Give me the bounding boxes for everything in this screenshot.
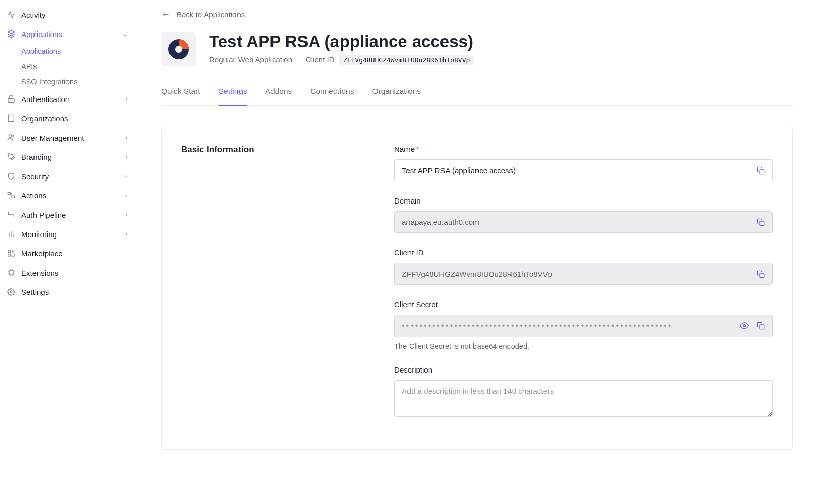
page-title: Test APP RSA (appliance access) xyxy=(209,32,474,51)
copy-icon[interactable] xyxy=(755,217,766,228)
client-id-label: Client ID xyxy=(305,55,335,64)
svg-rect-11 xyxy=(8,193,10,195)
field-label-description: Description xyxy=(394,365,773,374)
chevron-right-icon: › xyxy=(125,153,127,160)
sidebar-item-label: Auth Pipeline xyxy=(21,211,66,219)
eye-icon[interactable] xyxy=(739,320,750,331)
copy-icon[interactable] xyxy=(755,268,766,280)
svg-rect-17 xyxy=(8,254,11,256)
field-domain: Domain xyxy=(394,196,773,233)
copy-icon[interactable] xyxy=(755,320,766,331)
copy-icon[interactable] xyxy=(755,165,766,176)
app-header: Test APP RSA (appliance access) Regular … xyxy=(161,32,793,66)
tab-addons[interactable]: Addons xyxy=(265,87,292,106)
svg-point-36 xyxy=(743,325,746,327)
sidebar-item-label: Applications xyxy=(21,30,62,39)
client-secret-masked: ••••••••••••••••••••••••••••••••••••••••… xyxy=(395,315,739,337)
svg-point-10 xyxy=(12,135,14,137)
grid-plus-icon xyxy=(6,248,16,258)
sidebar-subitem-apis[interactable]: APIs xyxy=(0,59,137,74)
description-textarea[interactable] xyxy=(395,381,772,416)
chevron-right-icon: › xyxy=(125,95,127,103)
tabs: Quick Start Settings Addons Connections … xyxy=(161,87,793,106)
sidebar-item-label: Branding xyxy=(21,153,52,161)
field-label-client-id: Client ID xyxy=(394,248,773,257)
shield-icon xyxy=(6,171,16,181)
svg-rect-16 xyxy=(8,250,11,253)
chip-icon xyxy=(6,267,16,278)
tab-connections[interactable]: Connections xyxy=(310,87,354,106)
users-icon xyxy=(6,132,16,143)
svg-rect-34 xyxy=(760,221,764,226)
sidebar-item-actions[interactable]: Actions › xyxy=(0,186,137,205)
sidebar-item-user-management[interactable]: User Management › xyxy=(0,128,137,147)
gear-icon xyxy=(6,287,16,297)
field-label-domain: Domain xyxy=(394,196,773,205)
arrow-left-icon: ← xyxy=(161,9,171,20)
chevron-right-icon: › xyxy=(125,192,127,199)
tab-organizations[interactable]: Organizations xyxy=(372,87,421,106)
sidebar-item-label: Organizations xyxy=(21,114,69,123)
sidebar-item-label: Authentication xyxy=(21,95,70,104)
sidebar-item-authentication[interactable]: Authentication › xyxy=(0,89,137,109)
field-label-name: Name* xyxy=(394,145,773,153)
required-asterisk: * xyxy=(416,145,419,153)
sidebar: Activity Applications ⌄ Applications API… xyxy=(0,0,137,504)
client-id-input xyxy=(395,263,755,284)
sidebar-item-label: Monitoring xyxy=(21,230,57,239)
svg-rect-18 xyxy=(12,254,14,256)
name-input[interactable] xyxy=(395,160,755,181)
activity-icon xyxy=(6,10,16,20)
field-label-client-secret: Client Secret xyxy=(394,300,773,309)
pipeline-icon xyxy=(6,210,16,220)
main-content: ← Back to Applications Test APP RSA (app… xyxy=(137,0,817,504)
sidebar-item-label: Security xyxy=(21,172,49,181)
svg-rect-1 xyxy=(8,98,14,102)
lock-icon xyxy=(6,94,16,104)
field-client-secret: Client Secret ••••••••••••••••••••••••••… xyxy=(394,300,773,350)
svg-point-9 xyxy=(9,135,11,137)
sidebar-item-marketplace[interactable]: Marketplace xyxy=(0,244,137,263)
sidebar-subitem-applications[interactable]: Applications xyxy=(0,44,137,59)
app-logo xyxy=(161,32,196,66)
settings-panel: Basic Information Name* Domain xyxy=(161,127,793,450)
sidebar-item-organizations[interactable]: Organizations xyxy=(0,109,137,128)
svg-rect-12 xyxy=(12,196,14,198)
sidebar-item-label: User Management xyxy=(21,133,84,142)
chevron-right-icon: › xyxy=(125,134,127,141)
sidebar-item-label: Actions xyxy=(21,191,46,200)
chevron-right-icon: › xyxy=(125,211,127,218)
svg-rect-21 xyxy=(9,271,13,275)
svg-rect-35 xyxy=(760,273,764,278)
sidebar-item-label: Activity xyxy=(21,11,46,19)
svg-rect-2 xyxy=(9,115,14,121)
chevron-right-icon: › xyxy=(125,230,127,238)
sidebar-item-monitoring[interactable]: Monitoring › xyxy=(0,224,137,244)
field-description: Description xyxy=(394,365,773,417)
client-id-chip[interactable]: ZFFVg48UHGZ4Wvm8IUOu28R61hTo8VVp xyxy=(339,55,474,65)
sidebar-subitem-sso[interactable]: SSO Integrations xyxy=(0,74,137,89)
sidebar-item-security[interactable]: Security › xyxy=(0,166,137,186)
svg-rect-37 xyxy=(760,325,764,329)
svg-point-32 xyxy=(175,46,182,53)
domain-input xyxy=(395,212,755,232)
field-client-id: Client ID xyxy=(394,248,773,285)
tab-quick-start[interactable]: Quick Start xyxy=(161,87,200,106)
svg-marker-0 xyxy=(8,30,14,34)
sidebar-item-applications[interactable]: Applications ⌄ xyxy=(0,24,137,44)
field-name: Name* xyxy=(394,145,773,181)
client-secret-help: The Client Secret is not base64 encoded. xyxy=(394,342,773,350)
sidebar-item-settings[interactable]: Settings xyxy=(0,282,137,301)
office-icon xyxy=(6,113,16,123)
sidebar-item-auth-pipeline[interactable]: Auth Pipeline › xyxy=(0,205,137,224)
tab-settings[interactable]: Settings xyxy=(219,87,247,106)
sidebar-item-label: Settings xyxy=(21,288,49,296)
sidebar-item-label: Extensions xyxy=(21,268,58,277)
back-link[interactable]: ← Back to Applications xyxy=(161,9,245,20)
sidebar-item-label: Marketplace xyxy=(21,249,63,258)
layers-icon xyxy=(6,29,16,39)
svg-rect-33 xyxy=(760,170,764,174)
sidebar-item-activity[interactable]: Activity xyxy=(0,5,137,24)
sidebar-item-extensions[interactable]: Extensions xyxy=(0,263,137,282)
sidebar-item-branding[interactable]: Branding › xyxy=(0,147,137,166)
